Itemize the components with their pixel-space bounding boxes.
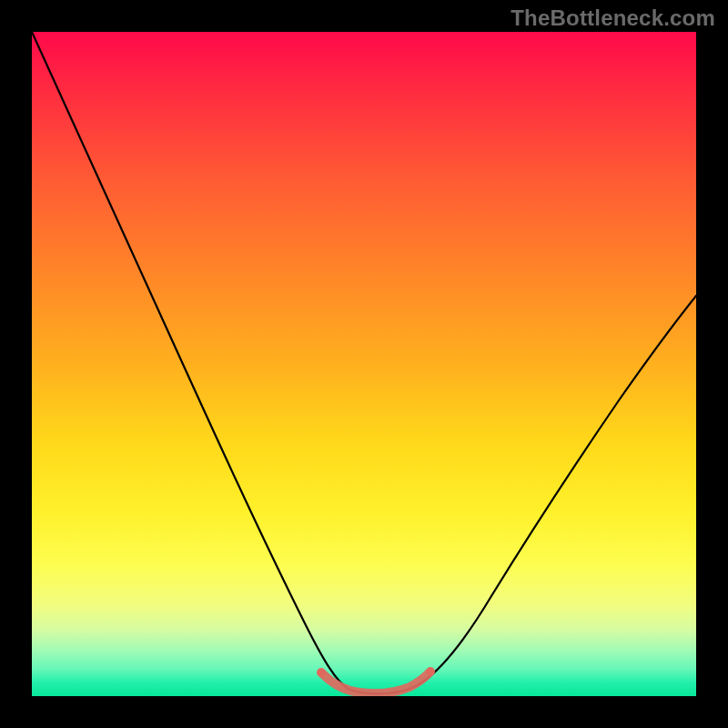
highlight-dot-left — [317, 668, 326, 677]
highlight-dot-right — [426, 667, 435, 676]
curve-layer — [32, 32, 696, 696]
watermark-text: TheBottleneck.com — [511, 5, 715, 31]
chart-frame: TheBottleneck.com — [0, 0, 728, 728]
plot-area — [32, 32, 696, 696]
valley-highlight — [323, 673, 429, 693]
bottleneck-curve — [32, 32, 696, 693]
